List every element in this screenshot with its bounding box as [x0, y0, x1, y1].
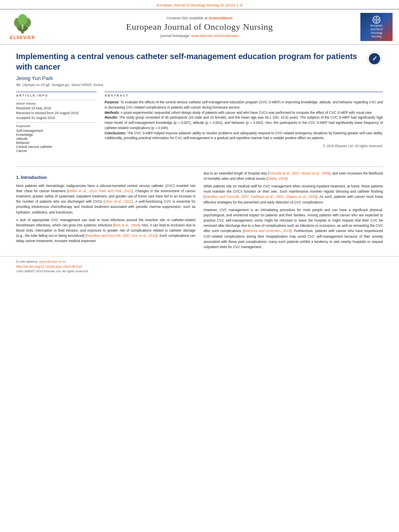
- history-label: Article history:: [16, 102, 97, 105]
- logo-line-4: Nursing: [370, 35, 383, 38]
- purpose-label: Purpose:: [105, 100, 119, 104]
- intro-para-3: due to an extended length of hospital st…: [204, 171, 383, 181]
- svg-point-4: [18, 14, 27, 25]
- accepted-date: Accepted 31 August 2016: [16, 116, 97, 121]
- elsevier-tree-icon: [10, 14, 35, 34]
- received-date: Received 16 May 2016: [16, 106, 97, 111]
- revised-date: Received in revised form 29 August 2016: [16, 111, 97, 116]
- abstract-panel: ABSTRACT Purpose: To evaluate the effect…: [105, 92, 383, 154]
- section1-number: 1.: [16, 175, 20, 180]
- journal-title: European Journal of Oncology Nursing: [39, 22, 360, 32]
- journal-logo-icon: [370, 16, 383, 24]
- conclusions-text: The CVC S-MEP helped improve patients' a…: [105, 131, 383, 140]
- homepage-line: journal homepage: www.elsevier.com/locat…: [39, 34, 360, 38]
- ref-hamilton-kim[interactable]: Hamilton and Foxcroft, 2007; Kim et al.,…: [87, 234, 156, 238]
- body-col-right: due to an extended length of hospital st…: [204, 171, 383, 252]
- page: European Journal of Oncology Nursing 25 …: [0, 0, 399, 532]
- logo-line-1: European: [370, 24, 383, 27]
- abstract-section-title: ABSTRACT: [105, 94, 383, 97]
- results-label: Results:: [105, 115, 118, 119]
- results-text: The study group consisted of 45 particip…: [105, 115, 383, 130]
- copyright-line: © 2016 Elsevier Ltd. All rights reserved…: [105, 144, 383, 148]
- footer-doi[interactable]: http://dx.doi.org/10.1016/j.ejon.2016.08…: [16, 265, 383, 269]
- body-col-left: 1. Introduction Most patients with hemat…: [16, 171, 195, 252]
- section1-title: Introduction: [21, 175, 47, 180]
- journal-citation: European Journal of Oncology Nursing 25 …: [0, 0, 399, 9]
- abstract-text: Purpose: To evaluate the effects of the …: [105, 100, 383, 141]
- sciencedirect-prefix: Contents lists available at: [167, 16, 209, 20]
- ref-hamilton-foxcroft[interactable]: Hamilton and Foxcroft, 2007; Karthaus et…: [205, 195, 316, 199]
- intro-para-1: Most patients with hematologic malignanc…: [16, 183, 195, 215]
- author-name: Jeong Yun Park: [16, 75, 383, 81]
- logo-line-2: Journal of: [370, 27, 383, 31]
- section1-header: 1. Introduction: [16, 174, 195, 181]
- email-label: E-mail address:: [16, 260, 39, 263]
- article-info-panel: ARTICLE INFO Article history: Received 1…: [16, 92, 97, 154]
- article-info-abstract-row: ARTICLE INFO Article history: Received 1…: [16, 92, 383, 154]
- article-title: Implementing a central venous catheter s…: [16, 51, 383, 72]
- intro-para-2: A lack of appropriate CVC management can…: [16, 218, 195, 244]
- article-history-block: Article history: Received 16 May 2016 Re…: [16, 100, 97, 122]
- ref-boersma[interactable]: Boersma and Schouten, 2010: [244, 229, 290, 233]
- methods-text: A quasi-experimental, sequential cohort …: [120, 111, 373, 115]
- crossmark-icon: ✓: [367, 51, 383, 67]
- body-area: 1. Introduction Most patients with hemat…: [0, 171, 399, 252]
- sciencedirect-line: Contents lists available at ScienceDirec…: [39, 16, 360, 20]
- keywords-block: Keywords: Self-management Knowledge Atti…: [16, 122, 97, 154]
- article-area: Implementing a central venous catheter s…: [0, 45, 399, 162]
- ref-butt[interactable]: Butt et al., 2004: [114, 223, 138, 227]
- journal-logo-box: European Journal of Oncology Nursing: [360, 13, 393, 41]
- conclusions-label: Conclusions:: [105, 131, 126, 135]
- section-divider: [16, 166, 383, 167]
- svg-text:✓: ✓: [372, 55, 377, 62]
- footer-issn: 1462-3889/© 2016 Elsevier Ltd. All right…: [16, 269, 383, 273]
- email-address[interactable]: pjyun@ulsan.ac.kr: [39, 260, 66, 263]
- ref-moller[interactable]: Moller et al., 2010; Park and Park, 2011: [68, 189, 132, 193]
- journal-header: ELSEVIER Contents lists available at Sci…: [0, 9, 399, 45]
- logo-line-3: Oncology: [370, 31, 383, 35]
- footer-area: E-mail address: pjyun@ulsan.ac.kr. http:…: [0, 256, 399, 275]
- footer-email-line: E-mail address: pjyun@ulsan.ac.kr.: [16, 260, 383, 263]
- journal-logo-text: European Journal of Oncology Nursing: [370, 24, 383, 38]
- svg-rect-6: [22, 27, 23, 29]
- keyword-behavior: Behavior: [16, 141, 97, 145]
- keyword-cvc: Central venous catheter: [16, 145, 97, 149]
- intro-para-4: While patients rely on medical staff for…: [204, 184, 383, 205]
- elsevier-label: ELSEVIER: [10, 35, 35, 40]
- author-affiliation: 88, Olympic-ro 43-gil, Songpa-gu, Seoul …: [16, 83, 383, 87]
- methods-label: Methods:: [105, 111, 120, 115]
- article-info-section-title: ARTICLE INFO: [16, 94, 97, 97]
- abstract-methods: Methods: A quasi-experimental, sequentia…: [105, 110, 383, 115]
- homepage-url[interactable]: www.elsevier.com/locate/ejon: [191, 34, 239, 38]
- elsevier-logo: ELSEVIER: [6, 14, 39, 40]
- purpose-text: To evaluate the effects of the central v…: [105, 100, 383, 109]
- abstract-purpose: Purpose: To evaluate the effects of the …: [105, 100, 383, 110]
- homepage-prefix: journal homepage:: [160, 34, 191, 38]
- ref-allan[interactable]: Allan et al., 2001: [105, 199, 132, 203]
- ref-console[interactable]: Console et al., 2007; Nosari et al., 200…: [269, 171, 329, 175]
- abstract-results: Results: The study group consisted of 45…: [105, 115, 383, 130]
- body-columns: 1. Introduction Most patients with hemat…: [16, 171, 383, 252]
- abstract-conclusions: Conclusions: The CVC S-MEP helped improv…: [105, 131, 383, 141]
- keyword-attitude: Attitude: [16, 137, 97, 141]
- sciencedirect-link[interactable]: ScienceDirect: [209, 16, 233, 20]
- keyword-knowledge: Knowledge: [16, 133, 97, 137]
- header-center: Contents lists available at ScienceDirec…: [39, 16, 360, 38]
- keyword-cancer: Cancer: [16, 149, 97, 153]
- ref-zitella[interactable]: Zitella, 2003: [267, 177, 286, 181]
- keyword-self-management: Self-management: [16, 129, 97, 133]
- intro-para-5: However, CVC management is an intimidati…: [204, 207, 383, 250]
- keywords-label: Keywords:: [16, 124, 97, 128]
- svg-point-5: [21, 25, 24, 27]
